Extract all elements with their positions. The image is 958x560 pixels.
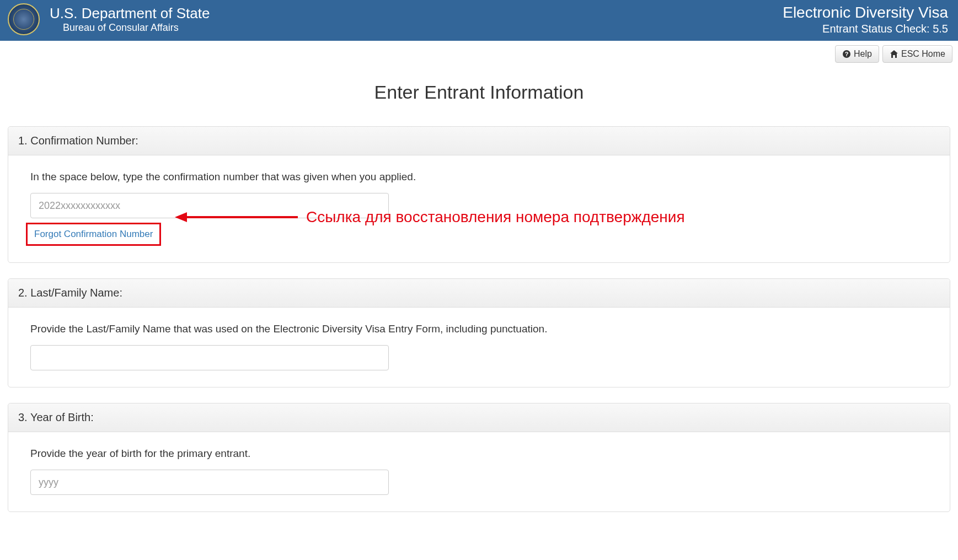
panel-heading-yob: 3. Year of Birth: xyxy=(8,403,950,432)
help-button-label: Help xyxy=(854,49,872,59)
panel-heading-confirmation: 1. Confirmation Number: xyxy=(8,127,950,155)
panel-body-confirmation: In the space below, type the confirmatio… xyxy=(8,155,950,262)
svg-text:?: ? xyxy=(845,51,849,57)
annotation-highlight-box: Forgot Confirmation Number xyxy=(26,223,161,246)
form-container: 1. Confirmation Number: In the space bel… xyxy=(0,126,958,544)
header-right: Electronic Diversity Visa Entrant Status… xyxy=(783,3,948,36)
lastname-input[interactable] xyxy=(30,345,389,370)
panel-body-lastname: Provide the Last/Family Name that was us… xyxy=(8,308,950,387)
page-title: Enter Entrant Information xyxy=(0,82,958,103)
dept-title: U.S. Department of State xyxy=(50,5,210,22)
yob-instruction: Provide the year of birth for the primar… xyxy=(30,448,928,460)
esc-home-button[interactable]: ESC Home xyxy=(882,45,952,63)
toolbar: ? Help ESC Home xyxy=(0,41,958,65)
lastname-instruction: Provide the Last/Family Name that was us… xyxy=(30,323,928,335)
panel-heading-lastname: 2. Last/Family Name: xyxy=(8,279,950,308)
help-button[interactable]: ? Help xyxy=(835,45,879,63)
help-icon: ? xyxy=(842,50,851,58)
dept-text-block: U.S. Department of State Bureau of Consu… xyxy=(50,5,210,34)
yob-input[interactable] xyxy=(30,470,389,495)
confirmation-instruction: In the space below, type the confirmatio… xyxy=(30,171,928,183)
app-title: Electronic Diversity Visa xyxy=(783,3,948,22)
panel-yob: 3. Year of Birth: Provide the year of bi… xyxy=(8,403,950,512)
esc-home-button-label: ESC Home xyxy=(901,49,945,59)
forgot-confirmation-link[interactable]: Forgot Confirmation Number xyxy=(34,229,153,240)
header-left: U.S. Department of State Bureau of Consu… xyxy=(8,3,210,35)
app-subtitle: Entrant Status Check: 5.5 xyxy=(783,22,948,36)
panel-body-yob: Provide the year of birth for the primar… xyxy=(8,432,950,511)
dept-subtitle: Bureau of Consular Affairs xyxy=(50,22,210,34)
home-icon xyxy=(890,50,898,58)
panel-lastname: 2. Last/Family Name: Provide the Last/Fa… xyxy=(8,278,950,387)
confirmation-number-input[interactable] xyxy=(30,193,389,218)
panel-confirmation: 1. Confirmation Number: In the space bel… xyxy=(8,126,950,263)
state-dept-seal-icon xyxy=(8,3,40,35)
top-header: U.S. Department of State Bureau of Consu… xyxy=(0,0,958,41)
